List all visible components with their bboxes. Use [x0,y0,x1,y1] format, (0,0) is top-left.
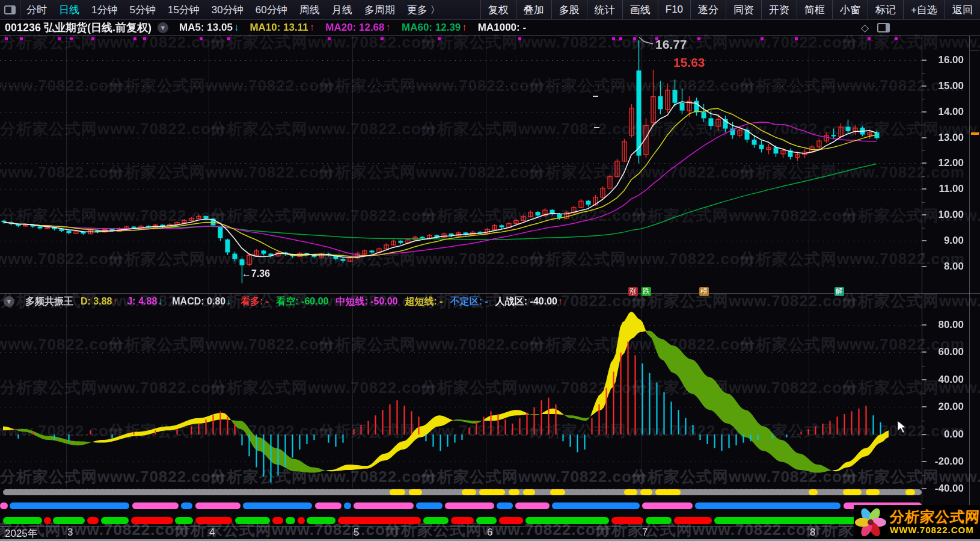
period-tab-4[interactable]: 15分钟 [162,0,206,19]
ma-token-7: ↑ [462,22,467,34]
signal-badge-3: 解 [835,287,844,296]
period-tab-7[interactable]: 周线 [293,0,326,19]
period-tab-6[interactable]: 60分钟 [250,0,293,19]
toolbar-button-0[interactable]: 复权 [480,0,516,19]
trading-app-window: 分析家公式网www.70822.com分析家公式网www.70822.com分析… [0,0,980,541]
toolbar-buttons: 复权叠加多股统计画线F10逐分同资开资简框小窗标记+自选返回 [480,0,980,19]
toolbar-button-4[interactable]: 画线 [622,0,658,19]
x-axis-label-5: 7 [642,527,648,539]
signal-dot [697,37,700,40]
toolbar-button-7[interactable]: 同资 [726,0,761,19]
signal-dot [143,37,146,40]
indicator-token-10: 超短线: - [405,295,443,308]
indicator-token-7: 看多: - [240,295,269,308]
toolbar-button-10[interactable]: 小窗 [832,0,868,19]
signal-dot [91,37,94,40]
period-tab-10[interactable]: 更多 〉 [401,0,447,19]
toolbar-button-6[interactable]: 逐分 [690,0,726,19]
signal-badge-0: 涨 [628,287,638,296]
period-tab-1[interactable]: 日线 [53,0,85,19]
toolbar-button-1[interactable]: 叠加 [516,0,551,19]
price-axis-label-6: 10.00 [926,209,964,221]
indicator-token-5: MACD: 0.80 [172,296,225,307]
signal-dot [133,37,136,40]
indicator-axis-label-5: -20.00 [926,456,964,468]
indicator-axis-label-1: 60.00 [926,346,964,358]
chart-canvas[interactable] [0,0,980,541]
ma-token-0: MA5: 13.05 [179,22,233,34]
x-axis-label-0: 2025年 [5,527,38,540]
toolbar-button-13[interactable]: 返回 [945,0,980,19]
period-tab-3[interactable]: 5分钟 [123,0,161,19]
x-axis-label-6: 8 [810,527,815,539]
ma-token-8: MA1000: - [478,22,526,34]
indicator-collapse-icon[interactable]: ▼ [4,296,14,307]
x-axis-label-4: 6 [487,527,492,539]
top-menu-bar: 分时日线1分钟5分钟15分钟30分钟60分钟周线月线多周期更多 〉 复权叠加多股… [0,0,980,20]
signal-dot [381,37,384,40]
flower-logo-icon [854,505,887,539]
price-axis-label-5: 11.00 [926,183,964,195]
signal-dot [328,37,331,40]
signal-dot [200,37,203,40]
toolbar-button-5[interactable]: F10 [658,0,690,19]
price-axis-label-8: 8.00 [926,261,964,273]
site-logo: 分析家公式网 WWW.70822.COM [854,505,980,539]
logo-title: 分析家公式网 [889,509,980,524]
ma-token-6: MA60: 12.39 [402,22,461,34]
low-price-label: ←7.36 [242,268,270,279]
period-tab-5[interactable]: 30分钟 [206,0,250,19]
second-price-label: 15.63 [673,55,705,70]
x-axis-label-2: 4 [209,527,215,539]
toolbar-button-8[interactable]: 开资 [761,0,797,19]
signal-dot [20,37,23,40]
indicator-token-3: J: 4.88 [127,296,157,307]
ma-token-3: ↑ [310,22,315,34]
x-axis-label-1: 3 [67,527,73,539]
period-tabs: 分时日线1分钟5分钟15分钟30分钟60分钟周线月线多周期更多 〉 [20,0,446,19]
indicator-header: ▼ 多频共振王D: 3.88↑J: 4.88↓MACD: 0.80↓看多: -看… [0,294,565,309]
indicator-axis-label-4: 0.00 [926,428,964,441]
signal-badge-2: 榜 [699,287,709,296]
ma-token-1: ↓ [234,22,239,34]
indicator-token-0: 多频共振王 [25,295,73,308]
price-axis-label-0: 16.00 [926,54,964,66]
diamond-marker-icon[interactable]: ◇ [861,22,869,34]
indicator-axis-label-0: 80.00 [926,319,964,331]
logo-url: WWW.70822.COM [890,525,980,535]
price-axis-label-7: 9.00 [926,235,964,247]
period-tab-2[interactable]: 1分钟 [85,0,123,19]
period-tab-9[interactable]: 多周期 [358,0,401,19]
toolbar-button-12[interactable]: +自选 [903,0,945,19]
split-panel-icon[interactable] [877,23,890,32]
price-axis-label-2: 14.00 [926,106,964,118]
indicator-token-2: ↑ [112,296,117,307]
stock-title: 001236 弘业期货(日线.前复权) [5,20,152,35]
signal-dot [227,37,230,40]
indicator-token-9: 中短线: -50.00 [335,295,397,308]
price-axis-label-4: 12.00 [926,157,964,169]
price-axis-label-1: 15.00 [926,80,964,92]
indicator-values: 多频共振王D: 3.88↑J: 4.88↓MACD: 0.80↓看多: -看空:… [19,295,565,308]
signal-dot [868,37,871,40]
mouse-cursor [897,420,910,434]
ma-token-4: MA20: 12.68 [325,22,384,34]
x-axis-label-3: 5 [354,527,359,539]
signal-dot [5,37,8,40]
signal-dot [70,37,73,40]
indicator-axis-label-2: 40.00 [926,374,964,386]
signal-dot [58,37,61,40]
toolbar-button-9[interactable]: 简框 [797,0,832,19]
collapse-chevron-icon[interactable]: ▼ [158,22,168,33]
toolbar-button-2[interactable]: 多股 [551,0,587,19]
toolbar-button-3[interactable]: 统计 [587,0,622,19]
window-toggle-button[interactable] [0,0,20,19]
indicator-axis-label-6: -40.00 [926,483,964,495]
toolbar-button-11[interactable]: 标记 [868,0,903,19]
signal-dot [612,37,615,40]
ma-token-5: ↑ [386,22,391,34]
signal-dot [619,37,622,40]
period-tab-8[interactable]: 月线 [326,0,358,19]
period-tab-0[interactable]: 分时 [20,0,53,19]
signal-dot [795,37,798,40]
